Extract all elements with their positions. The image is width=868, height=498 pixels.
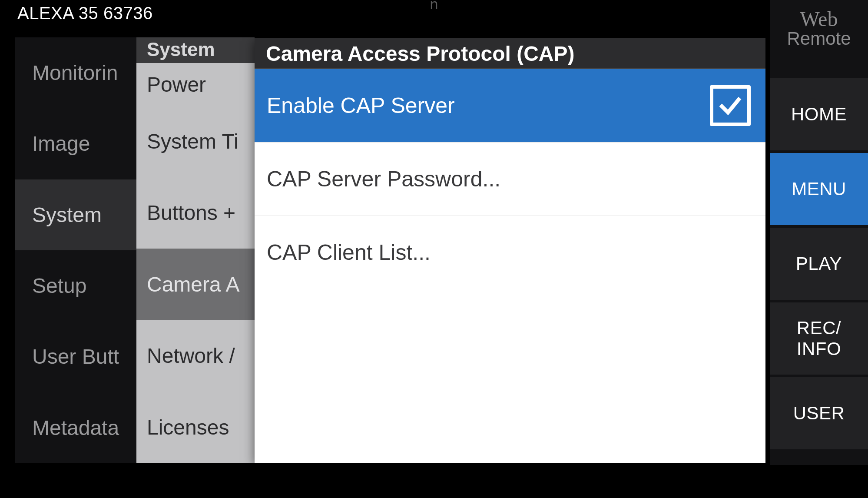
cap-panel: Camera Access Protocol (CAP) Enable CAP …: [255, 38, 765, 463]
system-item-label: System Ti: [147, 129, 239, 153]
rail-label: PLAY: [796, 253, 842, 274]
main-menu-label: Metadata: [32, 416, 119, 440]
system-item-label: Camera A: [147, 272, 239, 296]
main-menu-item-user-buttons[interactable]: User Butt: [15, 321, 136, 392]
cap-row-client-list[interactable]: CAP Client List...: [255, 216, 765, 289]
main-menu-item-system[interactable]: System: [15, 179, 136, 250]
right-rail: Web Remote HOME MENU PLAY REC/ INFO USER…: [770, 0, 868, 498]
main-menu-item-monitoring[interactable]: Monitorin: [15, 37, 136, 108]
system-item-label: Buttons +: [147, 201, 235, 225]
rail-label: MENU: [792, 179, 846, 199]
bottom-black-strip: [0, 465, 868, 498]
system-item-system-time[interactable]: System Ti: [136, 106, 255, 177]
cap-row-server-password[interactable]: CAP Server Password...: [255, 142, 765, 216]
system-item-network[interactable]: Network /: [136, 320, 255, 392]
cap-row-enable-server[interactable]: Enable CAP Server: [255, 69, 765, 142]
system-item-buttons[interactable]: Buttons +: [136, 177, 255, 249]
rail-rec-info[interactable]: REC/ INFO: [770, 302, 868, 375]
rail-label: INFO: [797, 339, 841, 359]
camera-id: ALEXA 35 63736: [17, 3, 153, 23]
top-glyph: n: [430, 0, 438, 13]
main-menu-label: Image: [32, 132, 90, 156]
system-submenu-column: System Power System Ti Buttons + Camera …: [136, 37, 255, 463]
system-item-licenses[interactable]: Licenses: [136, 392, 255, 463]
system-item-label: Licenses: [147, 415, 229, 439]
rail-label: USER: [793, 403, 845, 424]
main-menu-item-metadata[interactable]: Metadata: [15, 392, 136, 463]
rail-menu[interactable]: MENU: [770, 153, 868, 225]
checkbox-checked-icon[interactable]: [710, 85, 751, 126]
cap-row-label: CAP Client List...: [267, 240, 431, 265]
system-item-power[interactable]: Power: [136, 63, 255, 105]
rail-play[interactable]: PLAY: [770, 228, 868, 300]
system-item-label: Network /: [147, 344, 235, 368]
main-menu-column: Monitorin Image System Setup User Butt M…: [15, 37, 136, 463]
main-menu-item-setup[interactable]: Setup: [15, 250, 136, 321]
main-menu-label: Monitorin: [32, 61, 118, 85]
rail-label: REC/: [797, 318, 841, 339]
rail-user[interactable]: USER: [770, 377, 868, 449]
cap-row-label: Enable CAP Server: [267, 93, 455, 118]
main-menu-label: System: [32, 203, 102, 227]
cap-panel-title: Camera Access Protocol (CAP): [255, 38, 765, 69]
system-item-label: Power: [147, 73, 206, 96]
rail-home[interactable]: HOME: [770, 78, 868, 150]
main-menu-label: User Butt: [32, 345, 119, 369]
rail-label: HOME: [791, 104, 847, 125]
cap-row-label: CAP Server Password...: [267, 166, 500, 192]
brand-web-remote: Web Remote: [770, 9, 868, 48]
system-submenu-heading: System: [136, 37, 255, 63]
system-item-camera-access[interactable]: Camera A: [136, 249, 255, 320]
main-menu-label: Setup: [32, 274, 86, 298]
main-menu-item-image[interactable]: Image: [15, 108, 136, 179]
